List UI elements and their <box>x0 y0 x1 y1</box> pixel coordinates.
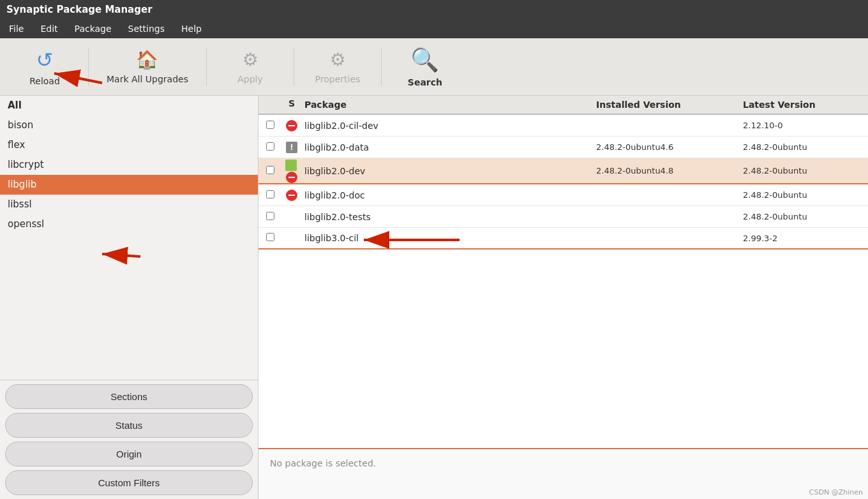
row-latest-version: 2.12.10-0 <box>740 118 868 133</box>
origin-button[interactable]: Origin <box>5 442 253 466</box>
row-checkbox[interactable] <box>258 142 281 153</box>
title-text: Synaptic Package Manager <box>6 4 153 15</box>
sidebar-item-libssl[interactable]: libssl <box>0 195 258 214</box>
status-red-icon <box>286 190 297 201</box>
sidebar-item-openssl[interactable]: openssl <box>0 214 258 234</box>
row-package-name: libglib3.0-cil <box>302 230 594 246</box>
header-latest-version: Latest Version <box>740 98 868 111</box>
sidebar-item-flex[interactable]: flex <box>0 135 258 155</box>
table-row[interactable]: libglib2.0-doc 2.48.2-0ubuntu <box>258 184 868 206</box>
row-checkbox[interactable] <box>258 121 281 131</box>
reload-label: Reload <box>29 76 60 86</box>
titlebar: Synaptic Package Manager <box>0 0 868 19</box>
row-status-icon <box>281 189 302 202</box>
header-installed-label: Installed Version <box>596 100 681 110</box>
search-label: Search <box>408 77 442 87</box>
menubar: File Edit Package Settings Help <box>0 19 868 38</box>
menu-edit[interactable]: Edit <box>35 22 63 35</box>
apply-icon: ⚙ <box>242 49 258 70</box>
status-green-icon <box>285 160 297 171</box>
search-button[interactable]: 🔍 Search <box>387 42 463 92</box>
properties-icon: ⚙ <box>329 49 345 70</box>
status-button[interactable]: Status <box>5 413 253 438</box>
sidebar-item-all[interactable]: All <box>0 96 258 115</box>
header-package-label: Package <box>304 100 347 110</box>
menu-settings[interactable]: Settings <box>123 22 170 35</box>
row-latest-version: 2.48.2-0ubuntu <box>740 140 868 154</box>
row-package-name: libglib2.0-tests <box>302 209 594 225</box>
reload-icon: ↺ <box>36 48 54 72</box>
sections-button[interactable]: Sections <box>5 384 253 409</box>
row-status-icon <box>281 141 302 154</box>
header-installed-version: Installed Version <box>594 98 740 111</box>
apply-button[interactable]: ⚙ Apply <box>212 42 288 92</box>
status-red-icon <box>286 120 297 131</box>
watermark: CSDN @Zhinen <box>809 488 863 496</box>
header-latest-label: Latest Version <box>743 100 816 110</box>
mark-all-upgrades-icon: 🏠 <box>136 49 158 70</box>
row-package-name: libglib2.0-cil-dev <box>302 118 594 133</box>
properties-button[interactable]: ⚙ Properties <box>299 42 376 92</box>
toolbar: ↺ Reload 🏠 Mark All Upgrades ⚙ Apply ⚙ P… <box>0 38 868 96</box>
no-selection-text: No package is selected. <box>270 458 376 468</box>
status-exclaim-icon <box>286 142 297 153</box>
menu-package[interactable]: Package <box>70 22 117 35</box>
table-row[interactable]: libglib2.0-cil-dev 2.12.10-0 <box>258 115 868 137</box>
header-s-label: S <box>288 98 295 108</box>
sidebar-item-bison[interactable]: bison <box>0 115 258 135</box>
header-package: Package <box>302 98 594 111</box>
table-row[interactable]: libglib2.0-tests 2.48.2-0ubuntu <box>258 206 868 228</box>
toolbar-sep-1 <box>88 48 89 86</box>
toolbar-sep-2 <box>206 48 207 86</box>
row-package-name: libglib2.0-dev <box>302 163 594 179</box>
row-installed-version <box>594 214 740 220</box>
row-latest-version: 2.48.2-0ubuntu <box>740 188 868 202</box>
content-area: S Package Installed Version Latest Versi… <box>258 96 868 499</box>
menu-help[interactable]: Help <box>176 22 207 35</box>
toolbar-sep-3 <box>294 48 294 86</box>
package-list: libglib2.0-cil-dev 2.12.10-0 libglib2.0-… <box>258 115 868 448</box>
table-row[interactable]: libglib3.0-cil 2.99.3-2 <box>258 228 868 250</box>
row-checkbox[interactable] <box>258 212 281 222</box>
sidebar-item-libglib[interactable]: libglib <box>0 175 258 195</box>
toolbar-sep-4 <box>381 48 382 86</box>
properties-label: Properties <box>315 74 361 84</box>
menu-file[interactable]: File <box>4 22 29 35</box>
row-installed-version: 2.48.2-0ubuntu4.6 <box>594 140 740 154</box>
row-checkbox[interactable] <box>258 190 281 200</box>
row-status-icon <box>281 119 302 132</box>
sidebar-item-libcrypt[interactable]: libcrypt <box>0 155 258 175</box>
apply-label: Apply <box>237 74 263 84</box>
custom-filters-button[interactable]: Custom Filters <box>5 470 253 495</box>
reload-button[interactable]: ↺ Reload <box>6 42 83 92</box>
row-latest-version: 2.48.2-0ubuntu <box>740 209 868 224</box>
row-status-icon <box>281 158 302 183</box>
info-panel: No package is selected. <box>258 448 868 499</box>
sidebar: All bison flex libcrypt libglib libssl o… <box>0 96 258 499</box>
sidebar-category-buttons: Sections Status Origin Custom Filters <box>0 380 258 499</box>
mark-all-upgrades-label: Mark All Upgrades <box>107 74 188 84</box>
row-package-name: libglib2.0-data <box>302 140 594 155</box>
mark-all-upgrades-button[interactable]: 🏠 Mark All Upgrades <box>94 42 201 92</box>
row-checkbox[interactable] <box>258 233 281 243</box>
row-checkbox[interactable] <box>258 166 281 176</box>
search-icon: 🔍 <box>410 47 439 73</box>
row-installed-version <box>594 193 740 198</box>
header-status: S <box>281 98 302 111</box>
row-installed-version <box>594 235 740 241</box>
main-area: All bison flex libcrypt libglib libssl o… <box>0 96 868 499</box>
table-row[interactable]: libglib2.0-data 2.48.2-0ubuntu4.6 2.48.2… <box>258 137 868 158</box>
row-installed-version <box>594 123 740 128</box>
status-red-icon <box>286 172 297 183</box>
table-row[interactable]: libglib2.0-dev 2.48.2-0ubuntu4.8 2.48.2-… <box>258 158 868 184</box>
sidebar-filter-list: All bison flex libcrypt libglib libssl o… <box>0 96 258 380</box>
row-latest-version: 2.48.2-0ubuntu <box>740 163 868 178</box>
row-latest-version: 2.99.3-2 <box>740 231 868 246</box>
row-package-name: libglib2.0-doc <box>302 188 594 203</box>
table-header: S Package Installed Version Latest Versi… <box>258 96 868 115</box>
header-checkbox <box>258 98 281 111</box>
row-installed-version: 2.48.2-0ubuntu4.8 <box>594 163 740 178</box>
